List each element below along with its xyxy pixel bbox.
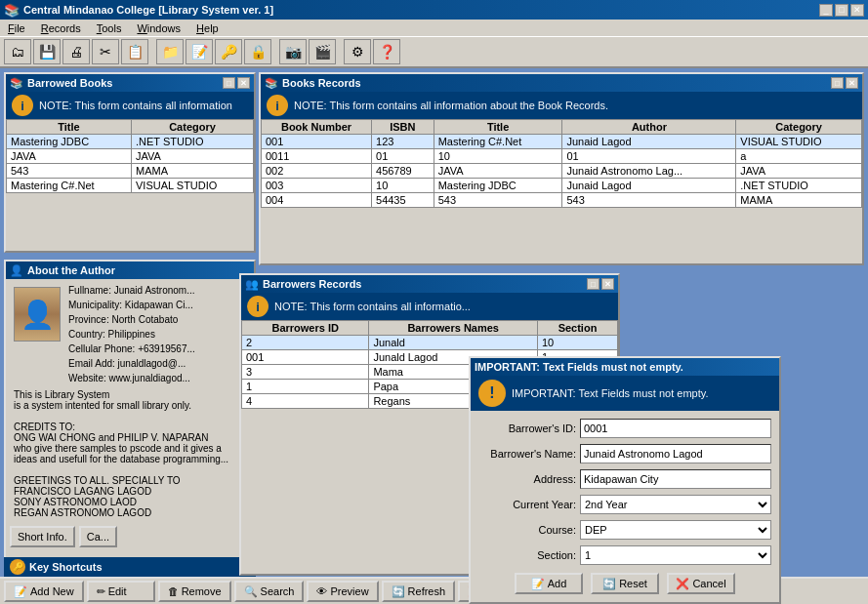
col-borrowers-id: Barrowers ID [242, 321, 369, 336]
borrowed-books-icon: 📚 [10, 77, 23, 90]
alert-note-bar: ! IMPORTANT: Text Fields must not empty. [471, 376, 779, 411]
table-row[interactable]: 003 10 Mastering JDBC Junaid Lagod .NET … [262, 179, 862, 193]
section-label: Section: [478, 549, 576, 561]
tool-edit[interactable]: 📝 [186, 39, 213, 64]
address-label: Address: [478, 473, 576, 485]
remove-button[interactable]: 🗑 Remove [158, 581, 231, 602]
borrowed-table-wrapper: Title Category Mastering JDBC .NET STUDI… [6, 119, 254, 193]
menu-records[interactable]: Records [37, 21, 85, 35]
close-btn[interactable]: ✕ [850, 4, 864, 17]
borrowers-title: 👥 Barrowers Records □ ✕ [241, 275, 618, 293]
remove-icon: 🗑 [168, 585, 179, 597]
minimize-btn[interactable]: _ [819, 4, 833, 17]
add-button[interactable]: 📝 Add [515, 573, 583, 594]
tool-print[interactable]: 🖨 [62, 39, 90, 64]
menu-file[interactable]: File [4, 21, 29, 35]
about-title: 👤 About the Author [6, 262, 254, 279]
books-records-icon: 📚 [265, 77, 278, 90]
app-title: Central Mindanao College [Library System… [23, 4, 273, 16]
tool-new[interactable]: 🗂 [4, 39, 31, 64]
borrowed-maximize-btn[interactable]: □ [223, 77, 235, 89]
tool-save[interactable]: 💾 [33, 39, 61, 64]
table-row[interactable]: 004 54435 543 543 MAMA [262, 193, 862, 208]
preview-button[interactable]: 👁 Preview [307, 581, 378, 602]
table-row[interactable]: Mastering C#.Net VISUAL STUDIO [7, 179, 254, 193]
alert-body: Barrower's ID: Barrower's Name: Address:… [471, 411, 779, 602]
tool-lock[interactable]: 🔒 [244, 39, 271, 64]
borrowed-panel-btns: □ ✕ [223, 77, 250, 89]
author-email: Email Add: junaldlagod@... [64, 356, 250, 371]
table-row[interactable]: 0011 01 10 01 a [262, 149, 862, 164]
key-shortcuts-label: Key Shortcuts [29, 561, 103, 573]
add-new-button[interactable]: 📝 Add New [4, 581, 84, 602]
books-close-btn[interactable]: ✕ [846, 77, 858, 89]
borrowed-close-btn[interactable]: ✕ [237, 77, 250, 89]
tool-help[interactable]: ❓ [373, 39, 400, 64]
refresh-button[interactable]: 🔄 Refresh [382, 581, 456, 602]
table-row[interactable]: 2 Junald 10 [242, 336, 618, 350]
short-info-button[interactable]: Short Info. [10, 526, 75, 547]
menu-windows[interactable]: Windows [133, 21, 185, 35]
about-title-text: About the Author [27, 264, 115, 276]
author-photo: 👤 [14, 287, 61, 342]
table-row[interactable]: 543 MAMA [7, 164, 254, 179]
col-book-title: Title [434, 120, 562, 135]
course-select[interactable]: DEP BS AB [580, 520, 771, 540]
search-button[interactable]: 🔍 Search [234, 581, 305, 602]
search-icon: 🔍 [244, 585, 258, 598]
borrowers-icon: 👥 [245, 278, 259, 291]
books-table-wrapper: Book Number ISBN Title Author Category 0… [261, 119, 862, 208]
table-row[interactable]: JAVA JAVA [7, 149, 254, 164]
ca-button[interactable]: Ca... [79, 526, 117, 547]
cancel-button[interactable]: ❌ Cancel [667, 573, 735, 594]
books-records-title: 📚 Books Records □ ✕ [261, 74, 862, 92]
books-note-icon: i [267, 95, 288, 116]
col-title: Title [7, 120, 132, 135]
key-shortcuts-bar: 🔑 Key Shortcuts [4, 557, 256, 577]
main-area: 📚 Barrowed Books □ ✕ i NOTE: This form c… [0, 68, 868, 604]
col-author: Author [562, 120, 736, 135]
books-records-panel: 📚 Books Records □ ✕ i NOTE: This form co… [259, 72, 864, 265]
current-year-select[interactable]: 2nd Year 1st Year 3rd Year 4th Year [580, 495, 771, 514]
title-bar-buttons: _ □ ✕ [819, 4, 864, 17]
course-label: Course: [478, 524, 576, 536]
edit-button[interactable]: ✏ Edit [87, 581, 155, 602]
menu-help[interactable]: Help [192, 21, 223, 35]
borrowed-books-panel: 📚 Barrowed Books □ ✕ i NOTE: This form c… [4, 72, 256, 253]
toolbar: 🗂 💾 🖨 ✂ 📋 📁 📝 🔑 🔒 📷 🎬 ⚙ ❓ [0, 37, 868, 68]
tool-photo[interactable]: 📷 [279, 39, 307, 64]
author-website: Website: www.junaldiagod... [64, 371, 250, 385]
alert-row-name: Barrower's Name: [478, 444, 771, 463]
alert-row-year: Current Year: 2nd Year 1st Year 3rd Year… [478, 495, 771, 514]
menu-tools[interactable]: Tools [93, 21, 126, 35]
borrowed-table: Title Category Mastering JDBC .NET STUDI… [6, 119, 254, 193]
tool-video[interactable]: 🎬 [309, 39, 336, 64]
table-row[interactable]: 002 456789 JAVA Junaid Astronomo Lag... … [262, 164, 862, 179]
barrower-name-input[interactable] [580, 444, 771, 463]
section-select[interactable]: 1 2 3 [580, 545, 771, 565]
tool-settings[interactable]: ⚙ [344, 39, 371, 64]
author-country: Country: Philippines [64, 327, 250, 342]
borrowers-panel-btns: □ ✕ [587, 278, 614, 290]
borrowed-note-bar: i NOTE: This form contains all informati… [6, 92, 254, 119]
books-maximize-btn[interactable]: □ [831, 77, 844, 89]
table-row[interactable]: 001 123 Mastering C#.Net Junaid Lagod VI… [262, 135, 862, 149]
tool-open[interactable]: 📁 [156, 39, 184, 64]
author-fullname: Fullname: Junaid Astronom... [64, 283, 250, 298]
borrowed-books-title: 📚 Barrowed Books □ ✕ [6, 74, 254, 92]
barrower-id-input[interactable] [580, 419, 771, 438]
edit-icon: ✏ [97, 585, 105, 598]
maximize-btn[interactable]: □ [835, 4, 848, 17]
borrowed-note-icon: i [12, 95, 33, 116]
tool-cut[interactable]: ✂ [92, 39, 119, 64]
borrowers-maximize-btn[interactable]: □ [587, 278, 599, 290]
alert-row-id: Barrower's ID: [478, 419, 771, 438]
tool-paste[interactable]: 📋 [121, 39, 148, 64]
address-input[interactable] [580, 469, 771, 489]
alert-title: IMPORTANT: Text Fields must not empty. [471, 358, 779, 376]
books-table: Book Number ISBN Title Author Category 0… [261, 119, 862, 208]
table-row[interactable]: Mastering JDBC .NET STUDIO [7, 135, 254, 149]
tool-key[interactable]: 🔑 [215, 39, 242, 64]
borrowers-close-btn[interactable]: ✕ [601, 278, 614, 290]
reset-button[interactable]: 🔄 Reset [591, 573, 659, 594]
